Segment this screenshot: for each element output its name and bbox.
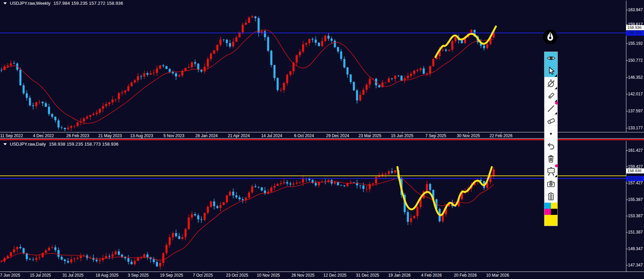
size-button[interactable]	[544, 127, 557, 140]
price-tick-label: 133.177	[628, 126, 643, 130]
price-tick-label: 153.387	[628, 213, 643, 218]
bid-price-box: 158.025	[626, 176, 644, 181]
screenshot-button[interactable]	[544, 178, 557, 190]
clipboard-icon	[547, 192, 555, 201]
date-tick-label: 10 Nov 2025	[257, 273, 280, 278]
date-tick-label: 31 Jul 2025	[62, 273, 84, 278]
ohlc-values: 158.938 159.235 158.773 158.936	[49, 142, 119, 147]
date-tick-label: 15 Jul 2025	[30, 273, 51, 278]
date-tick-label: 4 Dec 2022	[33, 133, 54, 138]
date-tick-label: 6 Oct 2024	[294, 133, 314, 138]
date-tick-label: 26 Nov 2025	[291, 273, 315, 278]
date-tick-label: 23 Mar 2025	[358, 133, 381, 138]
stopwatch-off-icon	[547, 79, 555, 88]
expand-triangle-icon[interactable]	[3, 143, 7, 145]
current-color-button[interactable]	[544, 215, 557, 226]
pen-nib-icon	[543, 30, 558, 44]
date-tick-label: 28 Jan 2024	[195, 133, 218, 138]
date-tick-label: 10 Mar 2026	[486, 273, 509, 278]
date-tick-label: 29 Dec 2024	[326, 133, 349, 138]
date-tick-label: 19 Jan 2026	[388, 273, 411, 278]
whiteboard-button[interactable]	[544, 165, 557, 178]
daily-moving-average	[1, 178, 494, 261]
color-swatch	[544, 215, 557, 226]
price-tick-label: 150.772	[628, 58, 643, 63]
camera-icon	[547, 180, 555, 188]
symbol-label: USDJPY.raw,Weekly	[10, 1, 50, 6]
weekly-moving-average	[1, 30, 494, 123]
clear-button[interactable]	[544, 152, 557, 165]
daily-pen-annotation	[397, 167, 492, 215]
line-tool-button[interactable]	[544, 102, 557, 115]
date-tick-label: 31 Dec 2025	[356, 273, 379, 278]
chart-title-weekly: USDJPY.raw,Weekly 157.984 159.235 157.27…	[3, 1, 123, 6]
mt4-chart-window: 163.947159.617155.192150.772146.352142.0…	[0, 0, 644, 279]
price-tick-label: 146.352	[628, 75, 643, 80]
date-tick-label: 18 Aug 2025	[95, 273, 118, 278]
symbol-label: USDJPY.raw,Daily	[10, 142, 46, 147]
date-tick-label: 7 Jun 2025	[0, 273, 20, 278]
timer-button[interactable]	[544, 77, 557, 90]
date-tick-label: 21 Apr 2024	[228, 133, 250, 138]
palette-grid	[544, 203, 557, 215]
date-tick-label: 20 Feb 2026	[454, 273, 477, 278]
palette-button[interactable]	[544, 203, 557, 215]
corner-triangle-icon	[555, 74, 557, 77]
ohlc-values: 157.984 159.235 157.272 158.936	[53, 1, 123, 6]
undo-icon	[547, 142, 555, 151]
corner-triangle-icon	[555, 112, 557, 114]
date-tick-label: 15 Jun 2025	[391, 133, 413, 138]
expand-triangle-icon[interactable]	[3, 2, 7, 4]
whiteboard-icon	[547, 167, 556, 176]
date-tick-label: 3 Sep 2025	[128, 273, 148, 278]
price-tick-label: 142.017	[628, 92, 643, 96]
date-tick-label: 26 Feb 2023	[66, 133, 89, 138]
marker-button[interactable]	[544, 90, 557, 102]
price-tick-label: 155.192	[628, 41, 643, 46]
price-tick-label: 147.347	[628, 263, 643, 267]
price-scale-weekly[interactable]: 163.947159.617155.192150.772146.352142.0…	[626, 1, 644, 132]
price-tick-label: 155.387	[628, 197, 643, 202]
dot-icon	[547, 130, 555, 138]
date-tick-label: 7 Sep 2025	[425, 133, 446, 138]
date-tick-label: 21 May 2023	[98, 133, 122, 138]
eye-icon	[547, 54, 556, 63]
price-tick-label: 161.427	[628, 148, 643, 153]
select-button[interactable]	[544, 64, 557, 77]
date-tick-label: 11 Sep 2022	[0, 133, 23, 138]
last-price-box: 158.936	[626, 168, 644, 173]
date-tick-label: 30 Nov 2025	[457, 133, 480, 138]
eraser-icon	[547, 116, 556, 126]
date-tick-label: 7 Oct 2025	[193, 273, 213, 278]
corner-triangle-icon	[555, 175, 557, 177]
price-tick-label: 157.427	[628, 181, 643, 185]
visibility-button[interactable]	[544, 52, 557, 64]
price-tick-label: 137.597	[628, 109, 643, 113]
cursor-icon	[547, 66, 556, 75]
color-dot-badge	[555, 101, 558, 105]
clipboard-button[interactable]	[544, 190, 557, 203]
epicpen-logo[interactable]	[543, 30, 558, 44]
epicpen-toolbar	[544, 52, 558, 226]
weekly-candles	[0, 15, 495, 131]
date-tick-label: 14 Jul 2024	[261, 133, 282, 138]
date-tick-label: 22 Feb 2026	[489, 133, 512, 138]
color-dot-badge	[555, 164, 558, 167]
date-tick-label: 12 Dec 2025	[323, 273, 346, 278]
date-tick-label: 13 Aug 2023	[130, 133, 153, 138]
price-tick-label: 163.947	[628, 7, 643, 12]
corner-triangle-icon	[555, 87, 557, 89]
line-tool-icon	[547, 104, 555, 113]
bid-price-box: 158.025	[626, 31, 644, 36]
date-tick-label: 4 Feb 2026	[421, 273, 442, 278]
date-tick-label: 5 Nov 2023	[163, 133, 184, 138]
price-tick-label: 151.387	[628, 230, 643, 235]
undo-button[interactable]	[544, 140, 557, 152]
time-axis-daily[interactable]: 7 Jun 202515 Jul 202531 Jul 202518 Aug 2…	[0, 272, 626, 279]
price-tick-label: 149.347	[628, 246, 643, 251]
chart-title-daily: USDJPY.raw,Daily 158.938 159.235 158.773…	[3, 142, 119, 147]
date-tick-label: 23 Oct 2025	[226, 273, 248, 278]
date-tick-label: 19 Sep 2025	[160, 273, 183, 278]
eraser-button[interactable]	[544, 115, 557, 127]
price-scale-daily[interactable]: 161.427159.427157.427155.387153.387151.3…	[626, 141, 644, 272]
